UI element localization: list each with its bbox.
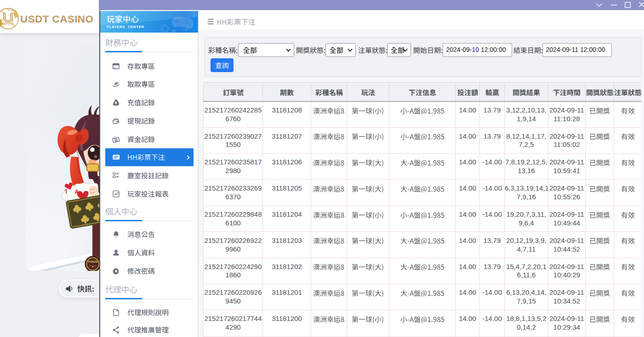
svg-text:USDT CASINO: USDT CASINO — [20, 13, 93, 25]
svg-text:POKER: POKER — [88, 260, 98, 263]
svg-text:Casino: Casino — [5, 23, 12, 25]
